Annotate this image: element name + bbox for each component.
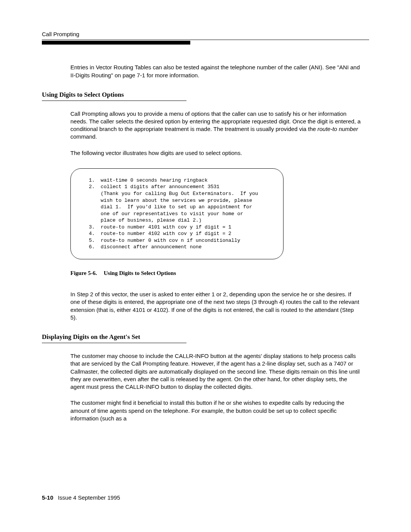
page-number: 5-10 [42,494,53,501]
italic-term: route-to number [317,126,358,132]
page: Call Prompting Entries in Vector Routing… [0,0,411,532]
figure-label: Figure 5-6. [70,270,97,276]
vector-figure: 1. wait-time 0 seconds hearing ringback … [70,168,284,259]
section1-paragraph-2: The following vector illustrates how dig… [70,149,362,157]
section2-paragraph-2: The customer might find it beneficial to… [70,399,362,422]
text: command. [70,133,97,140]
header-rule-thick [42,41,190,45]
page-footer: 5-10 Issue 4 September 1995 [42,494,120,502]
figure-explanation: In Step 2 of this vector, the user is as… [70,291,362,321]
running-header: Call Prompting [42,30,369,38]
vector-box: 1. wait-time 0 seconds hearing ringback … [70,168,284,259]
figure-caption: Figure 5-6. Using Digits to Select Optio… [70,269,369,277]
section-heading-displaying-digits: Displaying Digits on the Agent's Set [42,333,369,342]
section1-paragraph-1: Call Prompting allows you to provide a m… [70,110,362,141]
section-heading-using-digits: Using Digits to Select Options [42,91,369,99]
section-rule [42,101,186,101]
header-rule-thin [42,40,369,40]
figure-title: Using Digits to Select Options [104,270,176,276]
issue-text: Issue 4 September 1995 [58,494,120,501]
section-rule [42,343,186,343]
section2-paragraph-1: The customer may choose to include the C… [70,352,362,391]
vector-steps-list: 1. wait-time 0 seconds hearing ringback … [80,177,274,251]
intro-paragraph: Entries in Vector Routing Tables can als… [70,64,362,79]
